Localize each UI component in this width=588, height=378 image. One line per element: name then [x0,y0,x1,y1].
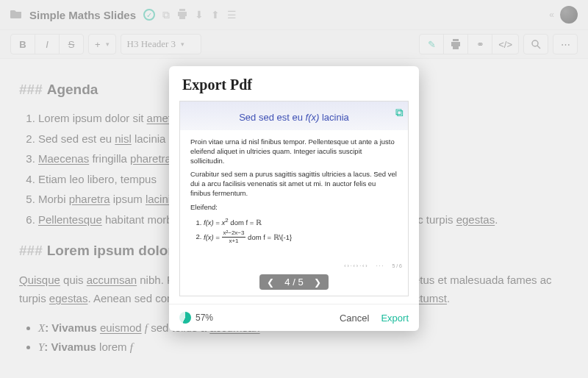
page-navigator: ❮ 4 / 5 ❯ [259,274,328,290]
prev-page-button[interactable]: ❮ [267,277,274,288]
export-pdf-modal: Export Pdf Sed sed est eu f(x) lacinia ⧉… [169,66,419,331]
modal-footer: 57% Cancel Export [169,304,419,331]
slide-footer: ‹ › · ‹ › · ‹ ›· · ·5 / 6 [180,262,408,271]
export-button[interactable]: Export [381,313,409,324]
modal-title: Export Pdf [169,66,419,101]
modal-overlay[interactable]: Export Pdf Sed sed est eu f(x) lacinia ⧉… [0,0,588,378]
pdf-preview: Sed sed est eu f(x) lacinia ⧉ Proin vita… [179,101,409,296]
slide-title: Sed sed est eu f(x) lacinia ⧉ [180,101,408,130]
next-page-button[interactable]: ❯ [314,277,321,288]
cancel-button[interactable]: Cancel [340,313,369,324]
page-indicator: 4 / 5 [284,277,303,288]
open-external-icon[interactable]: ⧉ [395,106,404,119]
progress-pie-icon [179,312,191,324]
export-progress: 57% [179,312,328,324]
slide-body: Proin vitae urna id nisl finibus tempor.… [180,130,408,262]
